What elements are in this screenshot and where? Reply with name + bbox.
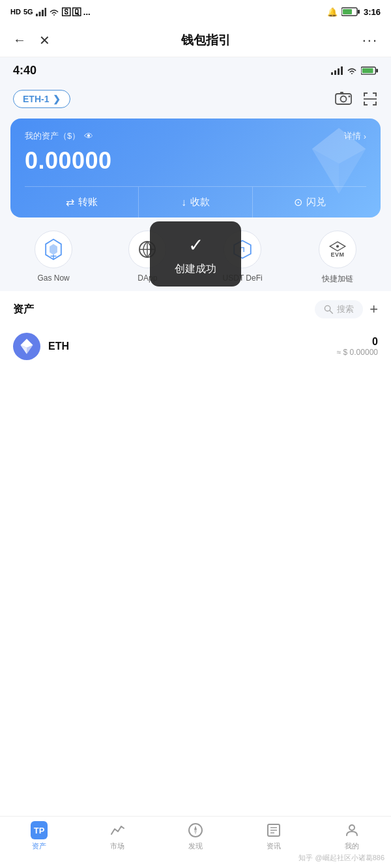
bell-icon: 🔔 (327, 7, 338, 17)
eye-icon[interactable]: 👁 (84, 131, 93, 141)
eth-name: ETH (48, 341, 69, 352)
dapp-icon-circle (128, 231, 166, 268)
svg-rect-7 (331, 72, 333, 75)
user-icon (344, 822, 360, 838)
signal-label: 5G (23, 8, 33, 16)
inner-status-icons (331, 66, 378, 75)
watermark: 知乎 @崛起社区小诸葛886 (298, 853, 384, 863)
gas-now-icon-circle (35, 231, 72, 268)
inner-signal-icon (331, 66, 343, 75)
svg-marker-23 (50, 244, 57, 255)
assets-header: 资产 搜索 + (13, 300, 378, 318)
compass-icon (188, 822, 203, 838)
search-placeholder: 搜索 (337, 303, 354, 315)
svg-rect-3 (44, 8, 46, 16)
assets-section: 资产 搜索 + (0, 291, 391, 373)
quick-dapp[interactable]: DApp (128, 231, 166, 285)
nav-title: 钱包指引 (181, 32, 231, 49)
evm-label-text: EVM (330, 251, 344, 258)
bottom-nav-discover-label: 发现 (188, 841, 203, 851)
svg-rect-2 (42, 10, 44, 16)
svg-point-17 (349, 96, 351, 98)
bottom-nav-assets-icon: TP (31, 822, 48, 839)
bottom-nav-assets[interactable]: TP 资产 (0, 822, 78, 851)
svg-point-33 (325, 305, 330, 311)
inner-wifi-icon (347, 66, 357, 75)
inner-time: 4:40 (13, 64, 36, 77)
svg-rect-10 (341, 66, 343, 75)
receive-icon: ↓ (181, 197, 186, 208)
svg-rect-13 (362, 68, 373, 72)
evm-chain-label: 快捷加链 (322, 273, 353, 285)
dapp-label: DApp (138, 273, 157, 283)
search-icon (324, 305, 333, 314)
gas-now-icon (44, 238, 63, 260)
svg-point-32 (336, 245, 339, 247)
quick-gas-now[interactable]: Gas Now (35, 231, 72, 285)
quick-usdt-defi[interactable]: ⊓ USDT DeFi (223, 231, 263, 285)
svg-rect-0 (36, 14, 38, 16)
camera-icon[interactable] (335, 91, 352, 105)
bottom-nav-news-label: 资讯 (267, 841, 281, 851)
back-button[interactable]: ← (13, 33, 26, 48)
usdt-defi-icon-circle: ⊓ (224, 231, 261, 268)
wifi-icon (49, 8, 59, 16)
news-icon (266, 822, 282, 838)
svg-rect-12 (376, 68, 378, 72)
eth-badge-label: ETH-1 (23, 94, 49, 104)
transfer-label: 转账 (78, 196, 98, 208)
bottom-nav-discover[interactable]: 发现 (156, 822, 235, 851)
bottom-nav-assets-label: 资产 (32, 841, 46, 851)
eth-amount: 0 (337, 336, 378, 348)
gas-now-label: Gas Now (37, 273, 69, 283)
status-left: HD 5G 🅂 🅀 ... (10, 7, 91, 17)
svg-rect-6 (343, 9, 352, 14)
inner-battery-icon (361, 66, 378, 75)
bottom-nav-discover-icon (187, 822, 204, 839)
dapp-icon (138, 240, 157, 259)
asset-label: 我的资产（$） 👁 (25, 130, 93, 142)
search-bar[interactable]: 搜索 (315, 300, 363, 318)
eth-badge[interactable]: ETH-1 ❯ (13, 90, 70, 108)
battery-icon (341, 7, 360, 16)
asset-label-text: 我的资产（$） (25, 130, 80, 142)
quick-evm-chain[interactable]: EVM 快捷加链 (319, 231, 356, 285)
inner-nav: ETH-1 ❯ (0, 83, 391, 115)
inner-screen: 4:40 ETH-1 (0, 57, 391, 373)
apps-row: 🅂 🅀 ... (62, 7, 91, 17)
transfer-button[interactable]: ⇄ 转账 (25, 187, 139, 217)
eth-diamond-icon (20, 338, 34, 355)
svg-rect-16 (340, 92, 343, 94)
svg-rect-1 (38, 12, 40, 16)
usdt-defi-icon: ⊓ (233, 240, 252, 259)
usdt-defi-label: USDT DeFi (223, 273, 263, 283)
signal-icon (36, 8, 46, 16)
svg-rect-14 (336, 94, 351, 104)
bottom-nav-market[interactable]: 市场 (78, 822, 156, 851)
bottom-nav-me[interactable]: 我的 (313, 822, 391, 851)
svg-line-34 (330, 311, 332, 313)
svg-rect-5 (358, 10, 360, 14)
eth-asset-row[interactable]: ETH 0 ≈ $ 0.00000 (13, 326, 378, 367)
eth-watermark (306, 125, 371, 199)
hd-label: HD (10, 8, 21, 16)
asset-card: 我的资产（$） 👁 详情 › 0.00000 ⇄ 转账 ↓ 收款 ⊙ 闪兑 (10, 119, 381, 217)
status-right: 🔔 3:16 (327, 7, 381, 17)
more-button[interactable]: ··· (362, 32, 378, 49)
svg-point-15 (341, 96, 347, 102)
close-button[interactable]: ✕ (39, 33, 50, 48)
scan-icon[interactable] (362, 91, 378, 107)
assets-title: 资产 (13, 303, 34, 316)
quick-icons-row: Gas Now DApp ⊓ USDT DeFi (0, 217, 391, 291)
market-chart-icon (109, 822, 125, 838)
svg-rect-9 (338, 68, 340, 75)
eth-left: ETH (13, 333, 69, 360)
bottom-nav-me-label: 我的 (345, 841, 359, 851)
evm-chain-icon-circle: EVM (319, 231, 356, 268)
add-asset-button[interactable]: + (369, 301, 378, 318)
receive-button[interactable]: ↓ 收款 (139, 187, 253, 217)
bottom-nav-news[interactable]: 资讯 (235, 822, 313, 851)
eth-right: 0 ≈ $ 0.00000 (337, 336, 378, 357)
bottom-nav-news-icon (265, 822, 282, 839)
asset-amount-value: 0.00000 (25, 147, 112, 174)
